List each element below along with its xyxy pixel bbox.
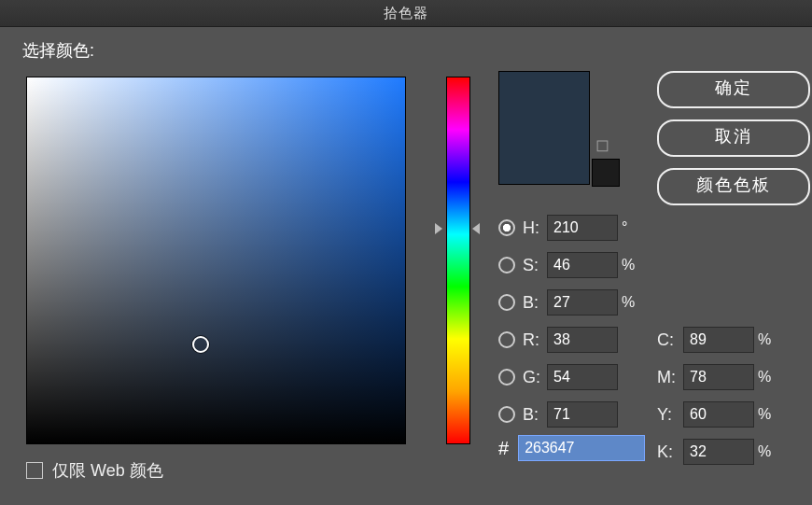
row-h: H: 210 ° <box>498 211 644 245</box>
web-only-row: 仅限 Web 颜色 <box>26 459 163 482</box>
web-only-checkbox[interactable] <box>26 462 43 479</box>
unit-m: % <box>754 369 780 386</box>
input-y[interactable]: 60 <box>683 401 754 428</box>
web-only-label: 仅限 Web 颜色 <box>52 459 163 482</box>
label-s: S: <box>523 256 547 275</box>
radio-b-rgb[interactable] <box>498 406 515 423</box>
input-c[interactable]: 89 <box>683 327 754 353</box>
unit-s: % <box>618 257 644 274</box>
input-b-hsb[interactable]: 27 <box>547 289 618 316</box>
window-title: 拾色器 <box>384 5 428 21</box>
input-g[interactable]: 54 <box>547 364 618 390</box>
unit-y: % <box>754 406 780 423</box>
row-m: M: 78 % <box>657 360 780 394</box>
label-m: M: <box>657 368 683 387</box>
workarea: ◻ 确定 取消 颜色色板 H: 210 ° S: 46 % B: 2 <box>22 71 790 482</box>
label-h: H: <box>523 218 547 238</box>
radio-g[interactable] <box>498 369 515 386</box>
color-preview-new <box>498 71 590 185</box>
label-g: G: <box>523 368 547 387</box>
unit-k: % <box>754 443 780 460</box>
input-b-rgb[interactable]: 71 <box>547 401 618 428</box>
row-hex: # 263647 <box>498 435 645 461</box>
ok-button[interactable]: 确定 <box>657 71 810 108</box>
row-g: G: 54 <box>498 360 644 394</box>
color-preview-old[interactable] <box>592 159 620 187</box>
saturation-value-field[interactable] <box>26 77 406 444</box>
radio-r[interactable] <box>498 331 515 348</box>
radio-h[interactable] <box>498 219 515 236</box>
cube-icon[interactable]: ◻ <box>595 134 609 155</box>
hue-thumb-right-icon <box>472 223 480 234</box>
dialog-body: 选择颜色: ◻ 确定 取消 颜色色板 H: 210 <box>0 26 812 505</box>
input-hex[interactable]: 263647 <box>518 435 645 461</box>
input-r[interactable]: 38 <box>547 327 618 353</box>
label-k: K: <box>657 442 683 462</box>
row-b-hsb: B: 27 % <box>498 286 644 319</box>
row-s: S: 46 % <box>498 248 644 282</box>
hue-slider[interactable] <box>441 77 474 442</box>
sv-black-gradient <box>27 77 405 443</box>
unit-h: ° <box>618 219 644 236</box>
left-numeric-column: H: 210 ° S: 46 % B: 27 % R: 38 <box>498 211 644 435</box>
row-b-rgb: B: 71 <box>498 398 644 431</box>
unit-b-hsb: % <box>618 294 644 311</box>
label-b-rgb: B: <box>523 405 547 425</box>
input-s[interactable]: 46 <box>547 252 618 278</box>
hue-bar[interactable] <box>446 77 470 444</box>
action-buttons: 确定 取消 颜色色板 <box>657 71 810 217</box>
input-m[interactable]: 78 <box>683 364 754 390</box>
hue-thumb-left-icon <box>435 223 442 234</box>
label-y: Y: <box>657 405 683 425</box>
label-b-hsb: B: <box>523 293 547 313</box>
row-c: C: 89 % <box>657 323 780 357</box>
row-r: R: 38 <box>498 323 644 357</box>
row-k: K: 32 % <box>657 435 780 469</box>
select-color-label: 选择颜色: <box>22 39 790 62</box>
cancel-button[interactable]: 取消 <box>657 119 810 157</box>
right-numeric-column: C: 89 % M: 78 % Y: 60 % K: 32 % <box>657 323 780 472</box>
label-hex: # <box>498 438 509 459</box>
row-y: Y: 60 % <box>657 398 780 431</box>
input-h[interactable]: 210 <box>547 215 618 241</box>
radio-b-hsb[interactable] <box>498 294 515 311</box>
sv-cursor[interactable] <box>192 336 209 353</box>
window-titlebar: 拾色器 <box>0 0 812 27</box>
label-c: C: <box>657 330 683 350</box>
label-r: R: <box>523 330 547 350</box>
radio-s[interactable] <box>498 257 515 274</box>
input-k[interactable]: 32 <box>683 439 754 465</box>
swatches-button[interactable]: 颜色色板 <box>657 168 810 205</box>
unit-c: % <box>754 331 780 348</box>
